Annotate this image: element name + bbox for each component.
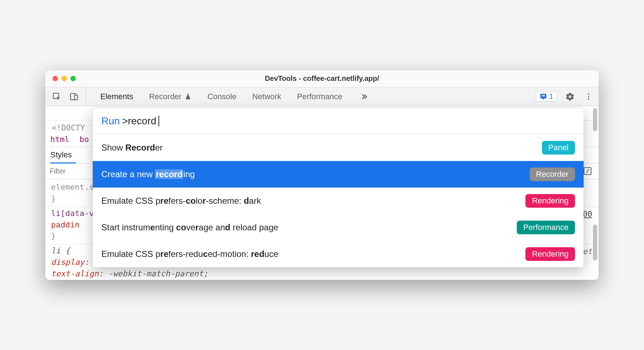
command-menu-item[interactable]: Emulate CSS prefers-color-scheme: darkRe… [93,188,584,214]
tab-console[interactable]: Console [207,92,236,101]
rule-prop-display: display [51,258,84,267]
text-caret [158,116,159,126]
command-item-badge: Recorder [530,167,575,181]
svg-point-4 [588,96,589,97]
toggle-computed-icon[interactable] [583,166,592,176]
devtools-tabstrip: Elements Recorder Console Network Perfor… [45,87,599,106]
settings-icon[interactable] [564,91,576,102]
tab-recorder-label: Recorder [149,92,181,101]
scrollbar-thumb[interactable] [593,108,597,131]
command-menu-item[interactable]: Start instrumenting coverage and reload … [93,214,584,241]
rule-val-textalign: -webkit-match-parent; [108,269,208,278]
issues-badge[interactable]: 1 [536,91,557,102]
traffic-lights [52,76,76,81]
tab-network[interactable]: Network [252,92,281,101]
issues-icon [540,93,547,100]
command-prefix: Run [101,115,120,127]
tab-performance[interactable]: Performance [297,92,342,101]
rule-selector: li { [51,246,70,255]
command-menu-item[interactable]: Emulate CSS prefers-reduced-motion: redu… [93,241,584,267]
tabstrip-left-tools [48,87,86,106]
command-menu-item[interactable]: Create a new recordingRecorder [93,161,584,188]
flask-icon [184,93,192,100]
command-item-label: Emulate CSS prefers-reduced-motion: redu… [101,249,278,259]
rule-selector: li[data-v [51,209,94,218]
more-tabs-icon[interactable] [358,91,370,102]
command-item-badge: Performance [517,221,575,234]
tab-recorder[interactable]: Recorder [149,92,192,101]
titlebar: DevTools - coffee-cart.netlify.app/ [45,70,599,87]
command-item-label: Emulate CSS prefers-color-scheme: dark [101,196,261,206]
command-item-badge: Rendering [525,247,575,261]
command-item-label: Start instrumenting coverage and reload … [101,222,278,232]
command-item-badge: Panel [542,141,575,155]
command-menu-item[interactable]: Show RecorderPanel [93,134,584,161]
scrollbar-thumb[interactable] [593,225,597,261]
tab-styles[interactable]: Styles [50,148,76,164]
command-menu-input[interactable]: Run >record [93,108,584,134]
device-toolbar-icon[interactable] [68,91,80,102]
tabstrip-right-tools: 1 [536,87,594,106]
issues-count: 1 [549,92,553,101]
rule-selector: element.s [51,183,94,192]
svg-rect-2 [74,95,78,100]
rule-prop-textalign: text-align [51,269,98,278]
tab-elements[interactable]: Elements [100,92,133,101]
svg-point-5 [588,98,589,100]
command-menu-list: Show RecorderPanelCreate a new recording… [93,134,584,267]
dom-doctype: <!DOCTY [52,123,85,132]
minimize-window-button[interactable] [61,76,67,81]
command-menu: Run >record Show RecorderPanelCreate a n… [93,108,584,267]
svg-point-3 [588,93,589,95]
fullscreen-window-button[interactable] [70,76,76,81]
devtools-tabs: Elements Recorder Console Network Perfor… [86,87,536,106]
command-item-badge: Rendering [525,194,575,208]
inspect-element-icon[interactable] [51,91,63,102]
rule-property: paddin [51,220,79,229]
breadcrumb-body[interactable]: bo [79,135,89,144]
devtools-window: DevTools - coffee-cart.netlify.app/ Elem… [45,70,599,280]
close-window-button[interactable] [52,76,58,81]
command-query: >record [122,115,156,127]
window-title: DevTools - coffee-cart.netlify.app/ [45,74,599,83]
breadcrumb-html[interactable]: html [50,135,69,144]
command-item-label: Show Recorder [101,143,163,153]
kebab-menu-icon[interactable] [583,91,594,102]
command-item-label: Create a new recording [101,169,195,179]
